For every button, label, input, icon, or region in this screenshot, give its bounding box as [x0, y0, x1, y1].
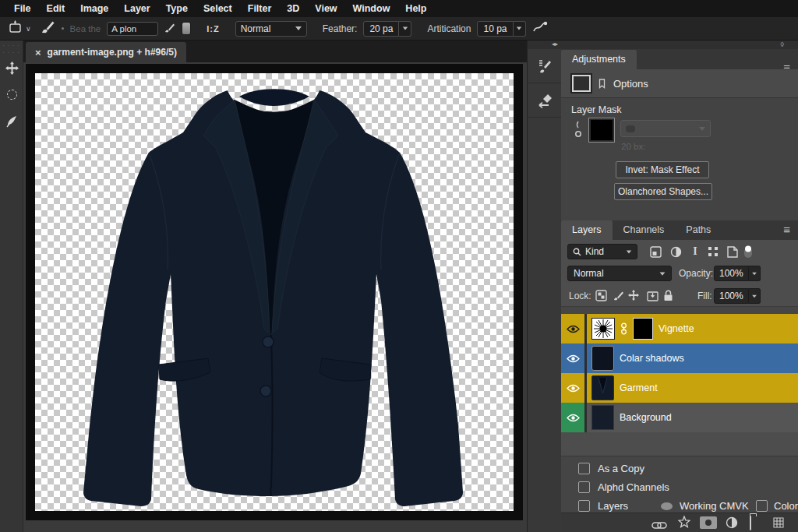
chevron-down-icon: ∨: [26, 25, 31, 33]
menu-item-filter[interactable]: Filter: [240, 3, 280, 14]
menu-item-type[interactable]: Type: [158, 3, 196, 14]
menu-item-select[interactable]: Select: [196, 3, 240, 14]
menu-bar: File Edit Image Layer Type Select Filter…: [0, 0, 798, 17]
brush-preview-swatch[interactable]: [182, 22, 191, 35]
adjustment-layer-icon[interactable]: [726, 516, 738, 532]
lock-artboard-icon[interactable]: [647, 290, 659, 305]
menu-item-3d[interactable]: 3D: [279, 3, 307, 14]
panel-top-strip: ◊: [561, 41, 798, 49]
tab-paths[interactable]: Paths: [675, 220, 722, 240]
document-tab[interactable]: × garment-image.png + h#96/5): [26, 42, 186, 62]
canvas-backdrop[interactable]: [23, 62, 527, 532]
opacity-field[interactable]: 100%: [714, 266, 761, 281]
filter-type-layers-icon[interactable]: I: [688, 245, 702, 258]
lock-row: Lock: Fill: 100%: [561, 285, 798, 307]
menu-item-file[interactable]: File: [6, 3, 39, 14]
chevron-down-icon[interactable]: [749, 266, 761, 281]
artitication-field[interactable]: 10 pa: [477, 21, 525, 37]
layer-mask-thumbnail[interactable]: [589, 118, 614, 142]
visibility-toggle[interactable]: [561, 403, 587, 432]
layer-style-fx-icon[interactable]: [678, 516, 690, 530]
menu-item-image[interactable]: Image: [72, 3, 116, 14]
layer-thumbnail[interactable]: [591, 375, 614, 400]
close-icon[interactable]: ×: [35, 47, 41, 58]
filter-pixel-layers-icon[interactable]: [648, 245, 662, 258]
toolbar-grip[interactable]: · · · ·: [0, 44, 23, 48]
lock-label: Lock:: [569, 291, 591, 301]
link-icon[interactable]: [620, 322, 627, 335]
filter-toggle-pill-icon[interactable]: [741, 245, 755, 258]
preset-name-input[interactable]: [107, 22, 158, 36]
blend-mode-value: Normal: [241, 23, 291, 34]
menu-item-edit[interactable]: Edit: [39, 3, 73, 14]
lock-all-icon[interactable]: [663, 290, 673, 305]
visibility-toggle[interactable]: [561, 314, 587, 344]
as-a-copy-checkbox[interactable]: [578, 463, 590, 474]
filter-smart-objects-icon[interactable]: [726, 245, 740, 258]
blend-mode-select[interactable]: Normal: [235, 21, 307, 37]
filter-shape-layers-icon[interactable]: [706, 245, 720, 258]
layer-thumbnail[interactable]: [591, 318, 615, 340]
add-layer-mask-icon[interactable]: [700, 516, 717, 529]
layer-thumbnail[interactable]: [591, 405, 614, 430]
menu-item-window[interactable]: Window: [345, 3, 398, 14]
layer-blend-mode-select[interactable]: Normal: [567, 266, 672, 281]
dock-history-brush-button[interactable]: [528, 49, 562, 83]
layer-name[interactable]: Vignette: [659, 323, 694, 334]
collapse-panels-icon[interactable]: ◂▸: [528, 41, 561, 49]
lock-transparency-icon[interactable]: [595, 290, 607, 305]
mini-brush-icon[interactable]: [164, 22, 175, 36]
transparent-canvas[interactable]: [35, 73, 514, 511]
mask-link-icon[interactable]: [574, 120, 583, 142]
tool-preset-picker[interactable]: ∨: [5, 18, 34, 39]
alpha-channels-label: Alphd Channels: [598, 481, 669, 493]
visibility-toggle[interactable]: [561, 344, 587, 373]
kind-filter-select[interactable]: Kind: [567, 244, 637, 259]
layers-empty-area: [561, 432, 798, 456]
color-checkbox[interactable]: [756, 500, 768, 512]
layer-row-colar-shadows[interactable]: Colar shadows: [561, 344, 798, 373]
layer-row-garment[interactable]: Garment: [561, 373, 798, 403]
iz-toggle-icon[interactable]: I:Z: [207, 24, 219, 33]
layer-name[interactable]: Colar shadows: [620, 353, 684, 364]
alpha-channels-checkbox[interactable]: [578, 481, 590, 493]
invert-mask-button[interactable]: Invet: Mask Effect: [616, 161, 709, 178]
menu-item-layer[interactable]: Layer: [116, 3, 157, 14]
smoothing-pen-icon[interactable]: [532, 20, 548, 37]
fill-field[interactable]: 100%: [714, 288, 761, 304]
menu-item-view[interactable]: View: [307, 3, 344, 14]
elliptical-marquee-tool[interactable]: [0, 81, 23, 107]
link-layers-icon[interactable]: [651, 519, 667, 532]
adjustment-swatch-icon[interactable]: [572, 75, 591, 92]
feather-field[interactable]: 20 pa: [363, 21, 411, 37]
new-group-icon[interactable]: [750, 516, 751, 530]
lock-position-icon[interactable]: [628, 290, 639, 304]
filter-adjustment-layers-icon[interactable]: [669, 245, 683, 258]
tab-adjustments[interactable]: Adjustments: [561, 50, 637, 69]
layer-blend-mode-value: Normal: [574, 268, 604, 279]
dock-eraser-button[interactable]: [528, 83, 562, 118]
layers-checkbox[interactable]: [578, 500, 590, 512]
layer-thumbnail[interactable]: [591, 346, 614, 371]
visibility-toggle[interactable]: [561, 373, 587, 403]
panel-menu-icon[interactable]: ≡: [783, 223, 790, 236]
layer-row-background[interactable]: Background: [561, 403, 798, 432]
pen-tool[interactable]: [0, 107, 23, 134]
layer-name[interactable]: Garment: [620, 382, 658, 393]
brush-icon[interactable]: [41, 19, 55, 37]
layer-mask-thumbnail[interactable]: [633, 318, 653, 340]
chevron-down-icon[interactable]: [749, 288, 761, 304]
menu-item-help[interactable]: Help: [397, 3, 434, 14]
tab-layers[interactable]: Layers: [561, 220, 613, 240]
grid-icon[interactable]: [773, 517, 784, 531]
mask-feather-select[interactable]: [620, 120, 711, 137]
tool-options-bar: ∨ Bea the I:Z Normal Feather: 20 pa Arti…: [0, 17, 798, 41]
lock-paint-icon[interactable]: [613, 290, 624, 305]
chevron-down-icon[interactable]: [399, 21, 411, 37]
chevron-down-icon[interactable]: [514, 21, 526, 37]
layer-row-vignette[interactable]: Vignette: [561, 314, 798, 344]
move-tool[interactable]: [0, 55, 23, 81]
anchored-shapes-button[interactable]: Olanchored Shapes...: [614, 183, 712, 200]
layer-name[interactable]: Background: [620, 412, 672, 423]
tab-channels[interactable]: Channels: [613, 220, 676, 240]
